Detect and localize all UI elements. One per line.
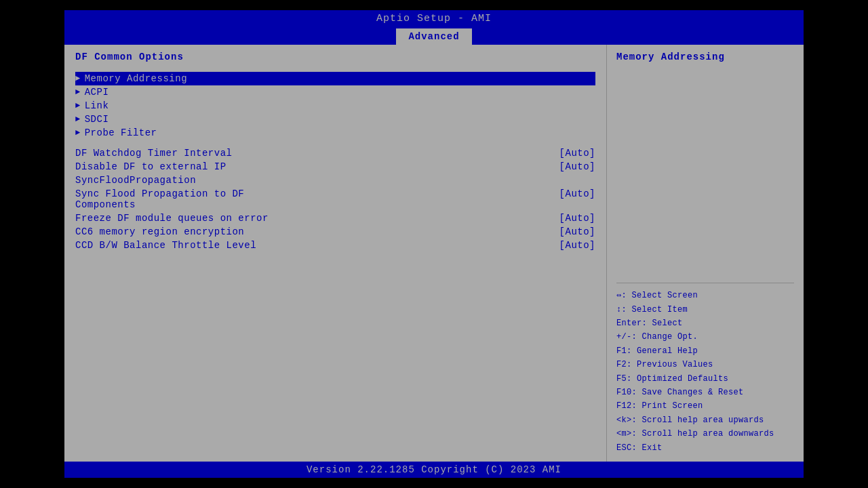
key-select-item: ↕: Select Item [616, 303, 794, 317]
setting-label: CC6 memory region encryption [75, 226, 559, 237]
submenu-label: Probe Filter [85, 127, 157, 138]
title-bar: Aptio Setup - AMI [64, 10, 804, 27]
setting-label: SyncFloodPropagation [75, 175, 595, 186]
key-k: <k>: Scroll help area upwards [616, 413, 794, 427]
app-title: Aptio Setup - AMI [376, 13, 492, 24]
divider [616, 283, 794, 283]
arrow-icon: ► [75, 87, 81, 97]
submenu-item-probe-filter[interactable]: ► Probe Filter [75, 126, 595, 140]
submenu-label: Link [85, 100, 109, 111]
setting-value: [Auto] [559, 240, 595, 251]
right-panel-top: Memory Addressing [616, 52, 794, 277]
setting-value: [Auto] [559, 213, 595, 224]
left-panel: DF Common Options ► Memory Addressing ► … [64, 45, 607, 462]
arrow-icon: ► [75, 115, 81, 124]
right-panel: Memory Addressing ⇔: Select Screen ↕: Se… [607, 45, 804, 462]
setting-syncflood[interactable]: SyncFloodPropagation [75, 174, 595, 187]
setting-ccd[interactable]: CCD B/W Balance Throttle Level [Auto] [75, 239, 595, 252]
setting-label: Freeze DF module queues on error [75, 213, 559, 224]
submenu-label: Memory Addressing [85, 73, 187, 84]
key-f12: F12: Print Screen [616, 399, 794, 413]
key-m: <m>: Scroll help area downwards [616, 427, 794, 441]
section-title: DF Common Options [75, 52, 595, 62]
tab-advanced[interactable]: Advanced [396, 28, 471, 45]
setting-cc6[interactable]: CC6 memory region encryption [Auto] [75, 225, 595, 239]
key-select-screen: ⇔: Select Screen [616, 289, 794, 302]
setting-sync-flood-prop[interactable]: Sync Flood Propagation to DFComponents [… [75, 187, 595, 211]
key-f10: F10: Save Changes & Reset [616, 386, 794, 399]
arrow-icon: ► [75, 128, 81, 138]
setting-freeze-df[interactable]: Freeze DF module queues on error [Auto] [75, 211, 595, 225]
setting-label: DF Watchdog Timer Interval [75, 148, 559, 159]
setting-value: [Auto] [559, 148, 595, 159]
setting-disable-df[interactable]: Disable DF to external IP [Auto] [75, 160, 595, 174]
key-esc: ESC: Exit [616, 441, 794, 455]
submenu-label: ACPI [85, 87, 109, 98]
key-f1: F1: General Help [616, 344, 794, 358]
key-f2: F2: Previous Values [616, 358, 794, 371]
submenu-item-memory-addressing[interactable]: ► Memory Addressing [75, 72, 595, 85]
setting-label: CCD B/W Balance Throttle Level [75, 240, 559, 251]
arrow-icon: ► [75, 101, 81, 110]
submenu-item-link[interactable]: ► Link [75, 99, 595, 113]
footer: Version 2.22.1285 Copyright (C) 2023 AMI [64, 462, 804, 478]
submenu-item-sdci[interactable]: ► SDCI [75, 113, 595, 126]
setting-watchdog[interactable]: DF Watchdog Timer Interval [Auto] [75, 146, 595, 160]
setting-label: Disable DF to external IP [75, 161, 559, 172]
key-help: ⇔: Select Screen ↕: Select Item Enter: S… [616, 289, 794, 455]
tab-bar: Advanced [64, 27, 804, 45]
submenu-label: SDCI [85, 114, 109, 125]
setting-value: [Auto] [559, 226, 595, 237]
help-title: Memory Addressing [616, 52, 794, 62]
version-text: Version 2.22.1285 Copyright (C) 2023 AMI [307, 464, 561, 475]
key-change-opt: +/-: Change Opt. [616, 330, 794, 344]
setting-value: [Auto] [559, 161, 595, 172]
key-enter: Enter: Select [616, 317, 794, 330]
key-f5: F5: Optimized Defaults [616, 372, 794, 386]
setting-value: [Auto] [559, 188, 595, 210]
main-content: DF Common Options ► Memory Addressing ► … [64, 45, 804, 462]
arrow-icon: ► [75, 74, 81, 83]
submenu-item-acpi[interactable]: ► ACPI [75, 85, 595, 99]
setting-label: Sync Flood Propagation to DFComponents [75, 188, 559, 210]
